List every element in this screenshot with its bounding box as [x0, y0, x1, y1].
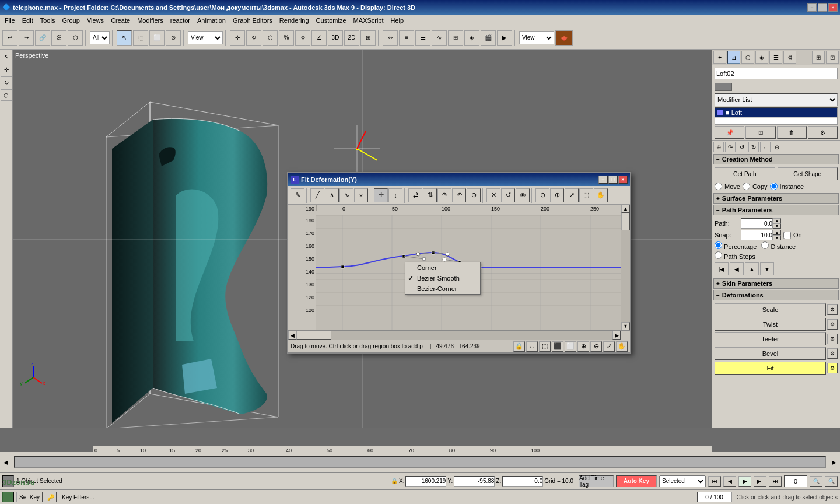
- fit-tool-scale[interactable]: ↕: [388, 188, 402, 202]
- minimize-button[interactable]: −: [807, 4, 817, 12]
- motion-icon[interactable]: ◈: [755, 51, 768, 64]
- create-icon[interactable]: ✦: [713, 51, 726, 64]
- bind-space-button[interactable]: ⬡: [68, 30, 83, 46]
- display-icon[interactable]: ☰: [769, 51, 782, 64]
- get-shape-button[interactable]: Get Shape: [778, 167, 838, 180]
- menu-reactor[interactable]: reactor: [167, 16, 194, 25]
- utilities-icon[interactable]: ⚙: [783, 51, 796, 64]
- menu-help[interactable]: Help: [387, 16, 408, 25]
- left-tool-1[interactable]: ↖: [1, 51, 12, 62]
- fit-tool-rotate-ccw[interactable]: ↶: [452, 188, 466, 202]
- surface-params-header[interactable]: + Surface Parameters: [713, 193, 839, 204]
- y-coord-input[interactable]: [454, 476, 495, 487]
- menu-graph-editors[interactable]: Graph Editors: [229, 16, 276, 25]
- move-radio[interactable]: [715, 183, 722, 190]
- scale-button[interactable]: Scale: [715, 303, 826, 316]
- dialog-minimize[interactable]: −: [598, 176, 608, 184]
- fit-bottom-zoom3[interactable]: ⤢: [603, 341, 615, 352]
- select-scale-button[interactable]: ⬡: [262, 30, 278, 46]
- path-steps-radio[interactable]: [715, 251, 722, 259]
- percent-snap-button[interactable]: %: [279, 30, 294, 46]
- fit-tool-zoom-region[interactable]: ⬚: [579, 188, 593, 202]
- teapot-icon[interactable]: 🫖: [555, 30, 573, 46]
- select-move-button[interactable]: ✛: [230, 30, 245, 46]
- align-button[interactable]: ≡: [399, 30, 414, 46]
- scroll-thumb-v[interactable]: [621, 213, 630, 230]
- copy-radio[interactable]: [743, 183, 750, 190]
- mini-btn-6[interactable]: ⊖: [772, 142, 782, 152]
- fit-icon[interactable]: ⚙: [827, 363, 838, 373]
- scroll-right-btn[interactable]: ▶: [612, 331, 621, 340]
- menu-modifiers[interactable]: Modifiers: [134, 16, 167, 25]
- mirror-button[interactable]: ⇔: [383, 30, 398, 46]
- snap-down-btn[interactable]: ▼: [773, 235, 781, 240]
- distance-radio[interactable]: [761, 242, 769, 249]
- schematic-button[interactable]: ⊞: [448, 30, 463, 46]
- snap-settings-button[interactable]: ⊞: [360, 30, 376, 46]
- fit-bottom-lock[interactable]: 🔒: [513, 341, 525, 352]
- percentage-radio[interactable]: [715, 242, 722, 249]
- key-filter-icon[interactable]: 🔑: [45, 492, 57, 502]
- path-nav-3[interactable]: ▲: [745, 262, 759, 275]
- fit-graph-canvas[interactable]: Corner ✓ Bezier-Smooth Bezier-Corner: [316, 215, 621, 330]
- scroll-left-btn[interactable]: ◀: [288, 331, 296, 340]
- menu-edit[interactable]: Edit: [19, 16, 37, 25]
- frame-display[interactable]: [784, 475, 807, 487]
- panel-icon-extra1[interactable]: ⊞: [812, 51, 825, 64]
- on-checkbox[interactable]: [783, 232, 791, 239]
- unlink-button[interactable]: ⛓: [51, 30, 66, 46]
- fit-bottom-shape1[interactable]: ⬚: [539, 341, 551, 352]
- curve-editor-button[interactable]: ∿: [432, 30, 447, 46]
- menu-create[interactable]: Create: [107, 16, 134, 25]
- dialog-maximize[interactable]: □: [608, 176, 618, 184]
- snap-input[interactable]: [741, 230, 773, 240]
- quick-render-button[interactable]: ▶: [497, 30, 512, 46]
- time-input[interactable]: [697, 492, 732, 502]
- material-editor-button[interactable]: ◈: [464, 30, 480, 46]
- menu-views[interactable]: Views: [83, 16, 107, 25]
- mini-btn-2[interactable]: ↷: [725, 142, 736, 152]
- mini-btn-5[interactable]: ←: [760, 142, 771, 152]
- color-swatch[interactable]: [715, 83, 732, 91]
- left-tool-3[interactable]: ↻: [1, 76, 12, 88]
- fit-tool-move-point[interactable]: ⊕: [467, 188, 481, 202]
- scale-icon[interactable]: ⚙: [827, 304, 838, 315]
- teeter-icon[interactable]: ⚙: [827, 334, 838, 344]
- close-button[interactable]: ×: [828, 4, 838, 12]
- mini-btn-3[interactable]: ↺: [737, 142, 747, 152]
- scroll-thumb-h[interactable]: [296, 331, 331, 340]
- maximize-button[interactable]: □: [818, 4, 827, 12]
- dialog-close[interactable]: ×: [618, 176, 628, 184]
- ctx-bezier-corner[interactable]: Bezier-Corner: [405, 284, 480, 294]
- select-button[interactable]: ↖: [117, 30, 132, 46]
- menu-maxscript[interactable]: MAXScript: [350, 16, 387, 25]
- menu-customize[interactable]: Customize: [313, 16, 350, 25]
- fit-tool-display[interactable]: 👁: [516, 188, 530, 202]
- fit-tool-rotate-cw[interactable]: ↷: [438, 188, 452, 202]
- teeter-button[interactable]: Teeter: [715, 332, 826, 345]
- viewport[interactable]: Perspective x y z: [13, 50, 712, 428]
- select-link-button[interactable]: 🔗: [35, 30, 50, 46]
- snap2d-button[interactable]: 2D: [344, 30, 359, 46]
- instance-radio[interactable]: [770, 183, 778, 190]
- undo-button[interactable]: ↩: [2, 30, 18, 46]
- fit-tool-zoom-plus[interactable]: ⊕: [550, 188, 564, 202]
- fit-tool-zoom-minus[interactable]: ⊖: [536, 188, 550, 202]
- menu-rendering[interactable]: Rendering: [276, 16, 313, 25]
- fit-tool-flip-h[interactable]: ⇄: [408, 188, 422, 202]
- fit-tool-line[interactable]: ╱: [310, 188, 324, 202]
- fit-bottom-flip[interactable]: ↔: [526, 341, 538, 352]
- render-scene-button[interactable]: 🎬: [481, 30, 496, 46]
- modifier-list-dropdown[interactable]: Modifier List: [715, 93, 838, 106]
- next-frame-button[interactable]: ▶|: [754, 476, 766, 487]
- fit-bottom-zoom1[interactable]: ⊕: [578, 341, 589, 352]
- snap3d-button[interactable]: 3D: [328, 30, 343, 46]
- path-nav-1[interactable]: |◀: [715, 262, 729, 275]
- bevel-icon[interactable]: ⚙: [827, 348, 838, 359]
- pin-button[interactable]: 📌: [715, 126, 744, 139]
- search-button[interactable]: 🔍: [810, 476, 822, 487]
- path-nav-2[interactable]: ◀: [730, 262, 744, 275]
- make-unique-button[interactable]: ⊡: [746, 126, 775, 139]
- skin-params-header[interactable]: + Skin Parameters: [713, 278, 839, 289]
- menu-animation[interactable]: Animation: [194, 16, 229, 25]
